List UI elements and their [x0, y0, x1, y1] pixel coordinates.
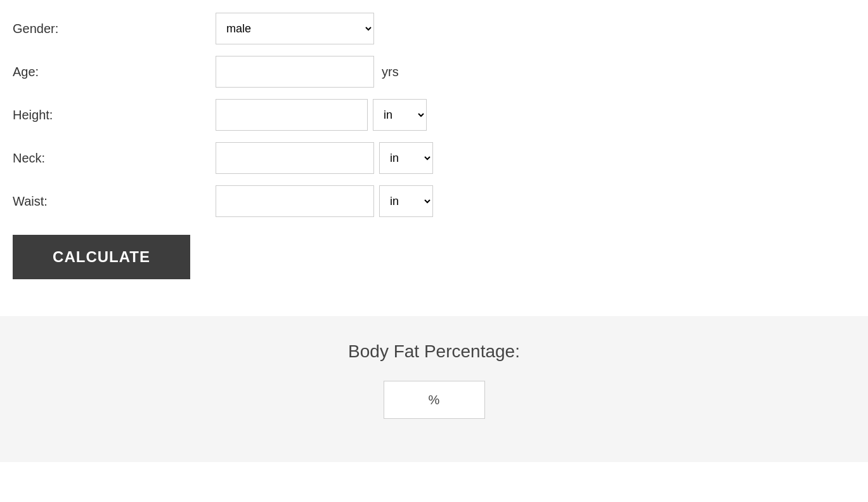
neck-row: Neck: in cm — [13, 142, 855, 174]
height-input[interactable] — [216, 99, 368, 131]
neck-unit-select[interactable]: in cm — [379, 142, 433, 174]
neck-input[interactable] — [216, 142, 374, 174]
height-row: Height: in cm — [13, 99, 855, 131]
age-row: Age: yrs — [13, 56, 855, 88]
result-box: % — [384, 381, 485, 419]
calculate-row: CALCULATE — [13, 228, 855, 279]
calculate-button[interactable]: CALCULATE — [13, 235, 190, 279]
waist-label: Waist: — [13, 194, 216, 209]
waist-unit-select[interactable]: in cm — [379, 185, 433, 217]
gender-row: Gender: male female — [13, 13, 855, 44]
neck-label: Neck: — [13, 151, 216, 166]
age-suffix: yrs — [382, 65, 399, 79]
waist-input[interactable] — [216, 185, 374, 217]
waist-row: Waist: in cm — [13, 185, 855, 217]
height-unit-select[interactable]: in cm — [373, 99, 427, 131]
result-percent: % — [429, 393, 440, 407]
age-input[interactable] — [216, 56, 374, 88]
result-title: Body Fat Percentage: — [348, 341, 520, 362]
gender-label: Gender: — [13, 22, 216, 36]
gender-select[interactable]: male female — [216, 13, 374, 44]
height-label: Height: — [13, 108, 216, 122]
age-label: Age: — [13, 65, 216, 79]
calculator-form: Gender: male female Age: yrs Height: in … — [0, 0, 868, 303]
result-section: Body Fat Percentage: % — [0, 316, 868, 462]
